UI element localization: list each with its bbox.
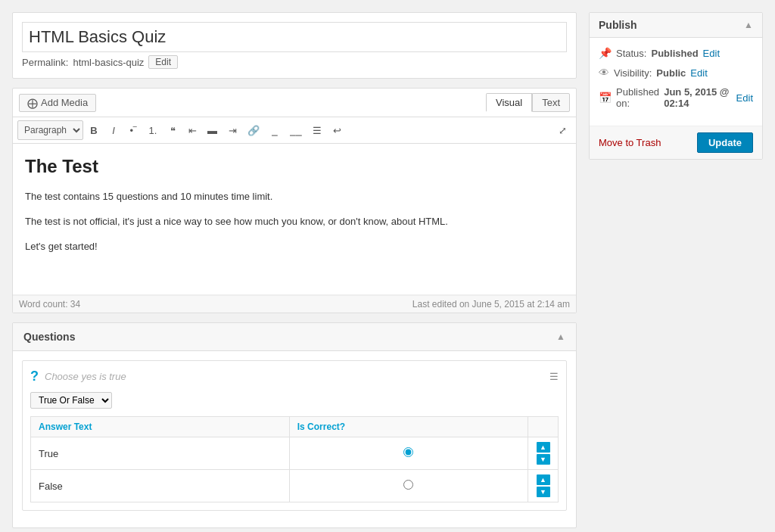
answer-actions: ▲ ▼: [536, 442, 550, 465]
editor-content[interactable]: The Test The test contains 15 questions …: [13, 144, 576, 295]
answer-text-cell: False: [31, 470, 290, 502]
move-up-button[interactable]: ▲: [537, 474, 550, 485]
insert-link-button[interactable]: 🔗: [243, 121, 264, 139]
visibility-label: Visibility:: [614, 67, 652, 79]
format-select[interactable]: Paragraph: [17, 120, 83, 140]
questions-header[interactable]: Questions ▲: [13, 323, 576, 351]
questions-title: Questions: [23, 331, 75, 343]
publish-body: 📌 Status: Published Edit 👁 Visibility: P…: [590, 38, 762, 126]
content-para2: The test is not official, it's just a ni…: [25, 214, 564, 230]
editor-view-tabs: Visual Text: [486, 93, 570, 112]
post-title-box: Permalink: html-basics-quiz Edit: [12, 12, 577, 79]
main-content: Permalink: html-basics-quiz Edit ⨁ Add M…: [12, 12, 577, 528]
question-menu-icon[interactable]: ☰: [549, 371, 559, 382]
bold-button[interactable]: B: [85, 121, 103, 139]
answer-text-cell: True: [31, 437, 290, 470]
publish-title: Publish: [599, 19, 637, 31]
editor-format-bar: Paragraph B I •‾ 1. ❝ ⇤ ▬ ⇥ 🔗 ⎯ ⎯⎯ ☰ ↩ ⤢: [13, 117, 576, 144]
add-media-label: Add Media: [41, 97, 88, 108]
ordered-list-button[interactable]: 1.: [144, 121, 162, 139]
question-item: ? Choose yes is true ☰ True Or False: [22, 360, 567, 511]
questions-content: ? Choose yes is true ☰ True Or False: [13, 351, 576, 527]
unordered-list-button[interactable]: •‾: [124, 121, 142, 139]
question-icon: ?: [30, 369, 39, 384]
move-to-trash-link[interactable]: Move to Trash: [599, 137, 661, 148]
col-answer-text: Answer Text: [31, 417, 290, 437]
publish-toggle-icon: ▲: [744, 20, 753, 30]
correct-radio[interactable]: [403, 480, 413, 490]
published-edit-link[interactable]: Edit: [736, 92, 753, 104]
status-icon: 📌: [599, 47, 612, 59]
unlink-button[interactable]: ⎯: [266, 121, 284, 139]
visibility-edit-link[interactable]: Edit: [690, 67, 707, 79]
permalink-row: Permalink: html-basics-quiz Edit: [22, 52, 567, 69]
visibility-value: Public: [656, 67, 686, 79]
answers-table: Answer Text Is Correct? True ▲ ▼ False ▲…: [30, 416, 559, 502]
answer-action-cell: ▲ ▼: [528, 437, 559, 470]
editor-toolbar-top: ⨁ Add Media Visual Text: [13, 89, 576, 117]
status-label: Status:: [616, 48, 646, 59]
publish-status-row: 📌 Status: Published Edit: [599, 47, 753, 59]
col-is-correct: Is Correct?: [289, 417, 528, 437]
publish-date-row: 📅 Published on: Jun 5, 2015 @ 02:14 Edit: [599, 86, 753, 109]
update-button[interactable]: Update: [697, 132, 753, 153]
add-media-icon: ⨁: [27, 97, 38, 109]
move-down-button[interactable]: ▼: [537, 487, 550, 497]
publish-actions: Move to Trash Update: [590, 126, 762, 159]
blockquote-button[interactable]: ❝: [163, 121, 182, 139]
content-heading: The Test: [25, 156, 564, 177]
editor-box: ⨁ Add Media Visual Text Paragraph B I •‾…: [12, 88, 577, 313]
last-edited: Last edited on June 5, 2015 at 2:14 am: [412, 299, 570, 310]
permalink-edit-button[interactable]: Edit: [148, 55, 178, 69]
status-edit-link[interactable]: Edit: [703, 48, 720, 59]
publish-visibility-row: 👁 Visibility: Public Edit: [599, 67, 753, 79]
question-header: ? Choose yes is true ☰: [30, 369, 559, 384]
table-row: False ▲ ▼: [31, 470, 559, 502]
published-date: Jun 5, 2015 @ 02:14: [664, 86, 731, 109]
permalink-label: Permalink:: [22, 57, 68, 68]
move-down-button[interactable]: ▼: [537, 454, 550, 465]
answer-actions: ▲ ▼: [536, 474, 550, 497]
undo-button[interactable]: ↩: [328, 121, 346, 139]
calendar-icon: 📅: [599, 92, 612, 104]
questions-toggle-icon: ▲: [556, 331, 565, 342]
insert-more-button[interactable]: ⎯⎯: [285, 121, 307, 139]
content-para3: Let's get started!: [25, 239, 564, 255]
publish-box: Publish ▲ 📌 Status: Published Edit 👁 Vis…: [589, 12, 763, 160]
tab-visual[interactable]: Visual: [486, 93, 532, 112]
align-left-button[interactable]: ⇤: [183, 121, 201, 139]
visibility-icon: 👁: [599, 67, 609, 79]
word-count: Word count: 34: [19, 299, 80, 310]
answer-correct-cell: [289, 470, 528, 502]
content-para1: The test contains 15 questions and 10 mi…: [25, 189, 564, 205]
question-type-select[interactable]: True Or False: [30, 392, 112, 409]
table-header-row: Answer Text Is Correct?: [31, 417, 559, 437]
align-center-button[interactable]: ▬: [203, 121, 222, 139]
table-row: True ▲ ▼: [31, 437, 559, 470]
move-up-button[interactable]: ▲: [537, 442, 550, 453]
status-value: Published: [651, 48, 698, 59]
post-title-input[interactable]: [22, 22, 567, 52]
tab-text[interactable]: Text: [532, 93, 570, 112]
question-type-row: True Or False: [30, 392, 559, 416]
italic-button[interactable]: I: [104, 121, 123, 139]
answer-correct-cell: [289, 437, 528, 470]
col-actions: [528, 417, 559, 437]
questions-box: Questions ▲ ? Choose yes is true ☰ True …: [12, 322, 577, 528]
permalink-slug: html-basics-quiz: [73, 57, 144, 68]
correct-radio[interactable]: [403, 447, 413, 457]
sidebar: Publish ▲ 📌 Status: Published Edit 👁 Vis…: [589, 12, 763, 160]
fullscreen-button[interactable]: ⤢: [554, 123, 571, 138]
add-media-button[interactable]: ⨁ Add Media: [19, 94, 96, 112]
align-right-button[interactable]: ⇥: [223, 121, 241, 139]
toolbar-toggle-button[interactable]: ☰: [308, 121, 326, 139]
editor-footer: Word count: 34 Last edited on June 5, 20…: [13, 295, 576, 313]
publish-header[interactable]: Publish ▲: [590, 13, 762, 38]
answer-action-cell: ▲ ▼: [528, 470, 559, 502]
published-label: Published on:: [616, 86, 659, 109]
question-placeholder-text: Choose yes is true: [45, 371, 543, 382]
